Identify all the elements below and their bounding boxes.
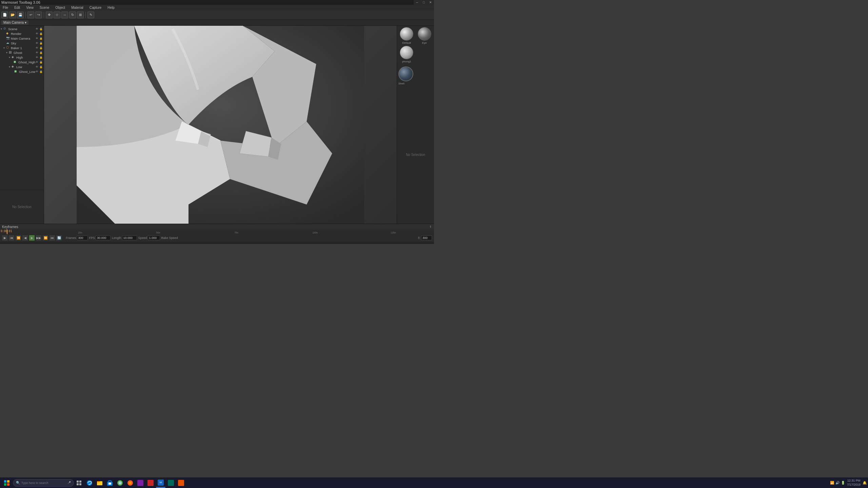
tree-lock-low[interactable]: 🔒 (39, 65, 43, 68)
tree-visibility-low[interactable]: 👁 (35, 65, 39, 68)
maximize-button[interactable]: □ (420, 0, 427, 5)
tree-item-low[interactable]: ▾ ◈ Low 👁 🔒 (1, 64, 43, 69)
new-button[interactable]: 📄 (1, 12, 8, 18)
play-button[interactable]: ▶ (2, 235, 7, 241)
move-button[interactable]: ↔ (61, 12, 68, 18)
length-input[interactable] (122, 236, 137, 240)
tree-visibility-sky[interactable]: 👁 (35, 42, 39, 45)
right-no-selection: No Selection (398, 87, 433, 222)
menu-scene[interactable]: Scene (38, 5, 51, 10)
tree-actions-ghost-high: 👁 🔒 (35, 61, 43, 64)
tree-lock-baker[interactable]: 🔒 (39, 46, 43, 49)
camera-selector[interactable]: Main Camera ▾ (1, 20, 28, 25)
tree-visibility-high[interactable]: 👁 (35, 56, 39, 59)
viewport-3d[interactable] (44, 26, 397, 224)
next-frame-button[interactable]: ⏩ (43, 235, 48, 241)
tree-visibility-camera[interactable]: 👁 (35, 37, 39, 40)
tree-actions-camera: 👁 🔒 (35, 37, 43, 40)
minimize-button[interactable]: ─ (414, 0, 420, 5)
tree-visibility-scene[interactable]: 👁 (35, 27, 39, 30)
tree-item-ghost-high[interactable]: ◼ Ghost_High 👁 🔒 (1, 60, 43, 64)
select-button[interactable]: ⊹ (54, 12, 60, 18)
material-shell-selected[interactable]: Shell (398, 66, 433, 85)
speed-input[interactable] (148, 236, 160, 240)
save-button[interactable]: 💾 (17, 12, 24, 18)
bake-speed-label: Bake Speed (161, 236, 178, 240)
play-toggle-button[interactable]: ▶ (29, 235, 35, 241)
rotate-button[interactable]: ↻ (69, 12, 76, 18)
tree-expand-ghost[interactable]: ▾ (6, 51, 9, 54)
material-default[interactable]: Default (398, 27, 415, 44)
last-frame-button[interactable]: ⏭ (50, 235, 55, 241)
tree-expand-baker[interactable]: ▾ (3, 46, 6, 49)
tree-lock-high[interactable]: 🔒 (39, 56, 43, 59)
tree-actions-low: 👁 🔒 (35, 65, 43, 68)
material-sphere-shell (398, 66, 413, 81)
tree-visibility-baker[interactable]: 👁 (35, 46, 39, 49)
step-fwd-button[interactable]: ▶▶ (36, 235, 41, 241)
frames-input[interactable] (77, 236, 88, 240)
undo-button[interactable]: ↩ (27, 12, 34, 18)
title-bar: Marmoset Toolbag 3.06 ─ □ ✕ (0, 0, 434, 5)
tree-item-high[interactable]: ▾ ◈ High 👁 🔒 (1, 55, 43, 60)
scene-tree: ▾ ⊙ Scene 👁 🔒 ◆ Render 👁 🔒 (0, 26, 44, 190)
speed-field: Speed (138, 236, 160, 240)
close-button[interactable]: ✕ (427, 0, 434, 5)
tree-item-camera[interactable]: 📷 Main Camera 👁 🔒 (1, 36, 43, 41)
material-label-eye: Eye (422, 41, 427, 44)
prev-frame-button[interactable]: ⏪ (16, 235, 21, 241)
tree-expand-scene[interactable]: ▾ (1, 27, 3, 30)
tree-lock-scene[interactable]: 🔒 (39, 27, 43, 30)
menu-file[interactable]: File (1, 5, 9, 10)
tree-expand-high[interactable]: ▾ (9, 56, 12, 59)
menu-help[interactable]: Help (106, 5, 116, 10)
tree-visibility-ghost-low[interactable]: 👁 (35, 70, 39, 73)
tree-lock-ghost-low[interactable]: 🔒 (39, 70, 43, 73)
tree-lock-ghost-high[interactable]: 🔒 (39, 61, 43, 64)
redo-button[interactable]: ↪ (35, 12, 42, 18)
material-eye[interactable]: Eye (416, 27, 433, 44)
timeline-ruler[interactable]: 0:00:01 25n 50n 75n 100n 125n (0, 229, 434, 234)
open-button[interactable]: 📂 (9, 12, 16, 18)
tree-expand-low[interactable]: ▾ (9, 65, 12, 68)
extra-tool-button[interactable]: ✎ (87, 12, 94, 18)
bake-speed-field: Bake Speed (161, 236, 178, 240)
tree-item-sky[interactable]: ☁ Sky 👁 🔒 (1, 41, 43, 45)
tree-item-ghost-low[interactable]: ◼ Ghost_Low 👁 🔒 (1, 69, 43, 74)
tree-lock-ghost[interactable]: 🔒 (39, 51, 43, 54)
menu-material[interactable]: Material (70, 5, 85, 10)
ruler-mark-5: 125n (391, 231, 396, 234)
tree-label-camera: Main Camera (11, 37, 30, 40)
menu-view[interactable]: View (25, 5, 35, 10)
window-controls[interactable]: ─ □ ✕ (414, 0, 434, 5)
model-svg (44, 26, 397, 224)
tree-item-ghost[interactable]: ▾ ▤ Ghost 👁 🔒 (1, 50, 43, 55)
menu-object[interactable]: Object (54, 5, 66, 10)
material-sphere-phong1 (400, 46, 413, 59)
tree-visibility-ghost-high[interactable]: 👁 (35, 61, 39, 64)
tree-visibility-render[interactable]: 👁 (35, 32, 39, 35)
transform-button[interactable]: ✥ (46, 12, 53, 18)
tree-item-scene[interactable]: ▾ ⊙ Scene 👁 🔒 (1, 26, 43, 31)
scale-button[interactable]: ⊞ (77, 12, 84, 18)
fps-field: FPS (89, 236, 111, 240)
tree-label-high: High (16, 56, 23, 59)
menu-capture[interactable]: Capture (88, 5, 103, 10)
fps-input[interactable] (96, 236, 111, 240)
loop-button[interactable]: 🔄 (56, 235, 62, 241)
timeline-playhead[interactable] (7, 229, 7, 234)
ruler-mark-2: 50n (156, 231, 160, 234)
tree-visibility-ghost[interactable]: 👁 (35, 51, 39, 54)
tree-lock-sky[interactable]: 🔒 (39, 42, 43, 45)
material-phong1[interactable]: phong1 (398, 46, 415, 63)
timeline-controls: ▶ ⏮ ⏪ ◀ ▶ ▶▶ ⏩ ⏭ 🔄 Frames FPS Length Spe… (0, 234, 434, 242)
properties-panel: No Selection (0, 190, 44, 224)
step-back-button[interactable]: ◀ (22, 235, 28, 241)
menu-edit[interactable]: Edit (13, 5, 21, 10)
tree-lock-camera[interactable]: 🔒 (39, 37, 43, 40)
first-frame-button[interactable]: ⏮ (9, 235, 14, 241)
tree-lock-render[interactable]: 🔒 (39, 32, 43, 35)
timeline-expand-btn[interactable]: ⬆ (429, 225, 432, 228)
tree-item-baker[interactable]: ▾ ⬡ Baker 1 👁 🔒 (1, 45, 43, 50)
tree-item-render[interactable]: ◆ Render 👁 🔒 (1, 31, 43, 36)
